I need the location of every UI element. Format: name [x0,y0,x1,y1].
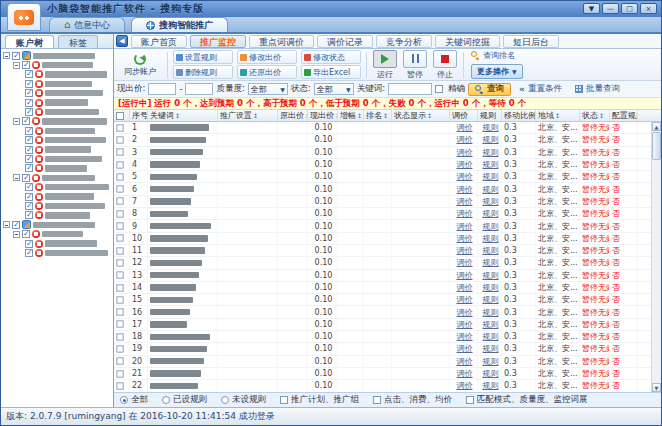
reset-conditions-button[interactable]: « 重置条件 [514,83,567,96]
column-header-增幅[interactable]: 增幅↕ [338,110,364,121]
toolbar-button-导出Excel[interactable]: 导出Excel [301,65,361,79]
rule-link[interactable]: 规则 [483,331,499,342]
tree-node-checkbox[interactable] [25,183,33,191]
bid-min-input[interactable] [148,83,176,95]
sidebar-tab-tags[interactable]: 标签 [58,35,98,48]
display-radio-全部[interactable]: 全部 [120,394,148,406]
row-checkbox[interactable] [116,284,123,291]
sidebar-tab-account-tree[interactable]: 账户树 [5,35,54,48]
tree-node[interactable] [3,79,113,88]
tree-node[interactable] [3,89,113,98]
toolbar-button-修改状态[interactable]: 修改状态 [301,50,361,64]
rule-link[interactable]: 规则 [483,294,499,305]
adjust-price-link[interactable]: 调价 [457,319,473,330]
row-checkbox[interactable] [116,370,123,377]
adjust-price-link[interactable]: 调价 [457,171,473,182]
display-radio-未设规则[interactable]: 未设规则 [221,394,266,406]
column-header-序号[interactable]: 序号 [130,110,148,121]
rule-link[interactable]: 规则 [483,245,499,256]
rule-link[interactable]: 规则 [483,233,499,244]
tree-node[interactable] [3,154,113,163]
row-checkbox[interactable] [116,136,123,143]
adjust-price-link[interactable]: 调价 [457,380,473,391]
tree-node[interactable] [3,60,113,69]
adjust-price-link[interactable]: 调价 [457,257,473,268]
adjust-price-link[interactable]: 调价 [457,196,473,207]
column-header-原出价[interactable]: 原出价↕ [278,110,308,121]
adjust-price-link[interactable]: 调价 [457,331,473,342]
rule-link[interactable]: 规则 [483,257,499,268]
bid-max-input[interactable] [185,83,213,95]
keyword-input[interactable] [388,83,432,95]
skin-button[interactable]: ▼ [583,3,600,14]
rule-link[interactable]: 规则 [483,282,499,293]
tab-sogou-smart-promo[interactable]: 搜狗智能推广 [131,17,228,32]
adjust-price-link[interactable]: 调价 [457,184,473,195]
tree-node-checkbox[interactable] [12,52,20,60]
column-header-移动比例[interactable]: 移动比例↕ [502,110,536,121]
display-check-点击、消费、均价[interactable]: 点击、消费、均价 [373,394,452,406]
select-all-checkbox[interactable] [116,112,124,120]
collapse-toggle-icon[interactable] [3,221,10,228]
column-header-调价[interactable]: 调价 [450,110,478,121]
adjust-price-link[interactable]: 调价 [457,233,473,244]
tree-node-checkbox[interactable] [25,249,33,257]
radio-icon[interactable] [120,396,128,404]
collapse-toggle-icon[interactable] [13,118,20,125]
rule-link[interactable]: 规则 [483,380,499,391]
tree-node-checkbox[interactable] [25,127,33,135]
adjust-price-link[interactable]: 调价 [457,270,473,281]
more-actions-button[interactable]: 更多操作 ▼ [471,64,523,79]
display-check-推广计划、推广组[interactable]: 推广计划、推广组 [280,394,359,406]
tree-node[interactable] [3,164,113,173]
tree-node[interactable] [3,136,113,145]
tree-node[interactable] [3,51,113,60]
row-checkbox[interactable] [116,235,123,242]
row-checkbox[interactable] [116,321,123,328]
row-checkbox[interactable] [116,296,123,303]
rule-link[interactable]: 规则 [483,221,499,232]
tree-node-checkbox[interactable] [22,117,30,125]
collapse-sidebar-button[interactable]: ◀ [116,35,128,47]
row-checkbox[interactable] [116,259,123,266]
adjust-price-link[interactable]: 调价 [457,343,473,354]
tree-node-checkbox[interactable] [25,108,33,116]
tree-node[interactable] [3,182,113,191]
vertical-scrollbar[interactable]: ▲ ▼ [651,122,661,392]
column-header-排名[interactable]: 排名↕ [364,110,392,121]
column-header-地域[interactable]: 地域↕ [536,110,580,121]
scroll-down-arrow[interactable]: ▼ [652,383,661,392]
rule-link[interactable]: 规则 [483,134,499,145]
tree-node[interactable] [3,107,113,116]
row-checkbox[interactable] [116,247,123,254]
checkbox-icon[interactable] [373,396,381,404]
column-header-状态[interactable]: 状态↕ [580,110,610,121]
rule-link[interactable]: 规则 [483,122,499,133]
scrollbar-thumb[interactable] [652,132,661,160]
rule-link[interactable]: 规则 [483,270,499,281]
collapse-toggle-icon[interactable] [3,52,10,59]
sort-icon[interactable]: ↕ [357,112,362,119]
adjust-price-link[interactable]: 调价 [457,245,473,256]
quality-select[interactable]: 全部 ▼ [248,83,288,95]
row-checkbox[interactable] [116,272,123,279]
toolbar-button-删除规则[interactable]: 删除规则 [173,65,233,79]
display-radio-已设规则[interactable]: 已设规则 [162,394,207,406]
row-checkbox[interactable] [116,210,123,217]
column-header-关键词[interactable]: 关键词↕ [148,110,218,121]
tree-node-checkbox[interactable] [25,202,33,210]
column-header-现出价[interactable]: 现出价↕ [308,110,338,121]
tree-node[interactable] [3,211,113,220]
tree-node[interactable] [3,173,113,182]
module-tab-竞争分析[interactable]: 竞争分析 [376,35,432,48]
row-checkbox[interactable] [116,222,123,229]
rule-link[interactable]: 规则 [483,319,499,330]
tree-node-checkbox[interactable] [25,240,33,248]
column-header-状态显示[interactable]: 状态显示↕ [392,110,450,121]
rule-link[interactable]: 规则 [483,307,499,318]
run-button[interactable]: 运行 [372,50,398,80]
row-checkbox[interactable] [116,124,123,131]
module-tab-重点词调价[interactable]: 重点词调价 [249,35,314,48]
adjust-price-link[interactable]: 调价 [457,159,473,170]
row-checkbox[interactable] [116,149,123,156]
